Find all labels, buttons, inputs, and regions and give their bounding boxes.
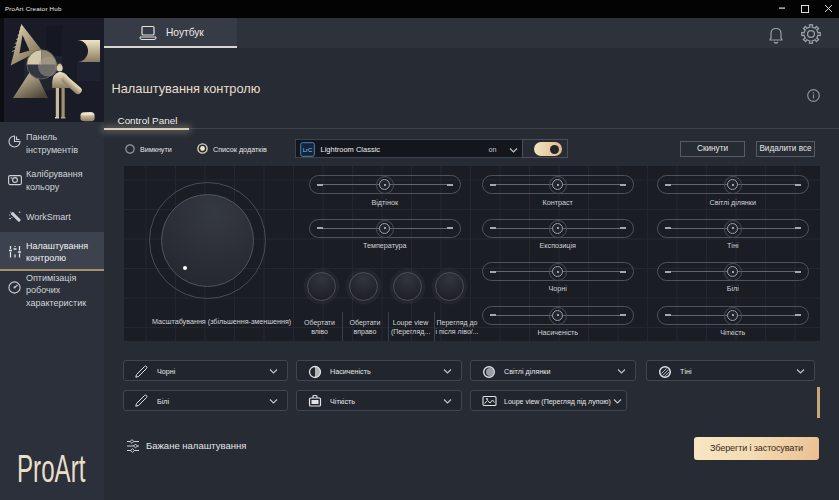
svg-text:LrC: LrC xyxy=(303,147,313,153)
